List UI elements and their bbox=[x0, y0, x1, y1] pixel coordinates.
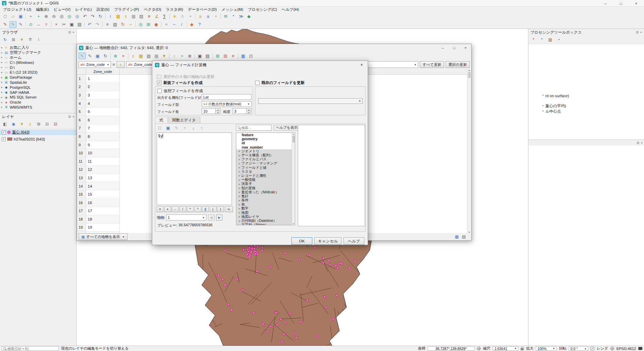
function-search-box[interactable] bbox=[236, 125, 272, 131]
expression-import-button[interactable]: ↓ bbox=[190, 124, 197, 131]
row-number[interactable]: 8 bbox=[77, 132, 86, 141]
tab-expression[interactable]: 式 bbox=[155, 117, 168, 124]
cell-zone-code[interactable]: 7 bbox=[86, 124, 120, 133]
diagram-options-button[interactable]: ◔ bbox=[212, 13, 219, 20]
browser-filter-button[interactable]: ▼ bbox=[19, 37, 25, 43]
menu-layer[interactable]: レイヤ(L) bbox=[73, 7, 94, 12]
browser-item-sap-hana[interactable]: ▸◆SAP HANA bbox=[0, 90, 76, 95]
lock-scale-icon[interactable] bbox=[521, 348, 524, 350]
field-calculator-button[interactable]: ≡ bbox=[146, 13, 153, 20]
feature-combo[interactable]: 1 ▼ bbox=[166, 214, 206, 221]
cell-zone-code[interactable]: 2 bbox=[86, 83, 120, 91]
function-group[interactable]: ▸ジオメトリ bbox=[236, 149, 292, 153]
show-help-button[interactable]: ヘルプを表示 bbox=[274, 125, 300, 131]
function-group[interactable]: ▸地図レイヤ bbox=[236, 215, 292, 219]
cell-zone-code[interactable]: 16 bbox=[86, 199, 120, 207]
statistical-summary-button[interactable]: ∑ bbox=[161, 13, 168, 20]
locator-input[interactable] bbox=[7, 347, 57, 351]
scrollbar-thumb[interactable] bbox=[292, 136, 295, 143]
add-point-feature-button[interactable]: ⊙ bbox=[27, 21, 34, 28]
function-group[interactable]: ▸色 bbox=[236, 202, 292, 206]
save-layer-edits-button[interactable]: ✎ bbox=[17, 21, 24, 28]
create-new-checkbox[interactable]: ✓ bbox=[157, 81, 161, 85]
filter-legend-button[interactable]: ▼ bbox=[19, 121, 25, 127]
cell-zone-code[interactable]: 5 bbox=[86, 108, 120, 116]
expression-export-button[interactable]: ↑ bbox=[198, 124, 205, 131]
cut-features-button[interactable]: ✂ bbox=[61, 21, 68, 28]
function-group[interactable]: ▸地図 bbox=[236, 211, 292, 215]
existing-field-combo[interactable]: ▼ bbox=[258, 98, 363, 104]
zoom-in-button[interactable]: ⊕ bbox=[43, 13, 50, 20]
browser-item-drive-c[interactable]: ▸▭C:\ (Windows) bbox=[0, 60, 76, 65]
operator-concat[interactable]: || bbox=[202, 206, 209, 212]
rotation-spin[interactable]: 0.0 ° ▲ bbox=[569, 346, 588, 351]
function-group[interactable]: ▸データ構造（配列） bbox=[236, 153, 292, 157]
expand-all-button[interactable]: ⊞ bbox=[36, 121, 42, 127]
spin-up-icon[interactable]: ▲ bbox=[247, 109, 251, 111]
toggle-editing-button[interactable]: ✎ bbox=[9, 21, 16, 28]
function-group[interactable]: ▸条件 bbox=[236, 198, 292, 202]
operator-open-paren[interactable]: ( bbox=[210, 206, 216, 212]
open-attribute-table-button[interactable]: ▤ bbox=[138, 13, 145, 20]
aw-move-selection-top-button[interactable]: ↑ bbox=[171, 52, 178, 59]
only-selected-checkbox[interactable] bbox=[157, 75, 161, 79]
maximize-button[interactable]: □ bbox=[448, 44, 460, 51]
field-length-spin[interactable]: 10 ▲▼ bbox=[202, 108, 220, 114]
aw-delete-field-button[interactable]: ⊟ bbox=[222, 52, 229, 59]
next-feature-button[interactable]: ▶ bbox=[216, 214, 223, 221]
measure-button[interactable]: ∠ bbox=[153, 13, 160, 20]
spin-down-icon[interactable]: ▼ bbox=[216, 111, 220, 114]
browser-new-connection-button[interactable]: ⊞ bbox=[10, 37, 16, 43]
filter-mode-button[interactable]: ▦ すべての地物を表示 ▼ bbox=[79, 233, 127, 240]
close-panel-icon[interactable]: × bbox=[640, 31, 642, 34]
aw-save-edits-button[interactable]: ▣ bbox=[94, 52, 101, 59]
zoom-next-button[interactable]: ↷ bbox=[89, 13, 96, 20]
function-group[interactable]: ▸ファイルとパス bbox=[236, 157, 292, 161]
menu-plugins[interactable]: プラグイン(P) bbox=[112, 7, 141, 12]
aw-deselect-all-button[interactable]: ▦ bbox=[153, 52, 160, 59]
row-number[interactable]: 5 bbox=[77, 108, 86, 116]
pan-to-selection-button[interactable]: + bbox=[35, 13, 42, 20]
function-search-input[interactable] bbox=[241, 126, 270, 130]
menu-project[interactable]: プロジェクト(J) bbox=[1, 7, 34, 12]
expand-icon[interactable]: ▸ bbox=[0, 71, 4, 74]
browser-item-geopackage[interactable]: ▸▣GeoPackage bbox=[0, 75, 76, 80]
expand-icon[interactable]: ▸ bbox=[0, 61, 4, 64]
scroll-down-icon[interactable]: ▼ bbox=[293, 223, 294, 225]
browser-collapse-all-button[interactable]: ⇈ bbox=[27, 37, 33, 43]
plugin-manager-button[interactable]: ◆ bbox=[245, 13, 252, 20]
expand-icon[interactable]: ▸ bbox=[0, 76, 4, 79]
zoom-last-button[interactable]: ↶ bbox=[81, 13, 88, 20]
corner-header[interactable] bbox=[77, 69, 86, 74]
processing-toolbox-button[interactable]: * bbox=[230, 13, 237, 20]
close-panel-icon[interactable]: × bbox=[73, 31, 74, 34]
row-number[interactable]: 7 bbox=[77, 124, 86, 133]
browser-item-oracle[interactable]: ▸●Oracle bbox=[0, 100, 76, 105]
aw-field-calculator-button[interactable]: ≡ bbox=[230, 52, 237, 59]
update-selected-button[interactable]: 選択の更新 bbox=[446, 61, 470, 68]
locator-search-box[interactable] bbox=[2, 346, 59, 351]
processing-options-button[interactable]: * bbox=[539, 37, 545, 43]
select-by-expression-button[interactable]: ε bbox=[122, 13, 129, 20]
operator-plus[interactable]: + bbox=[164, 206, 171, 212]
row-number[interactable]: 15 bbox=[77, 190, 86, 199]
zoom-full-button[interactable]: ◎ bbox=[58, 13, 65, 20]
expand-icon[interactable]: ▸ bbox=[0, 91, 4, 94]
form-view-button[interactable]: ▤ bbox=[461, 234, 467, 240]
scale-combo[interactable]: 1:63641 ▼ bbox=[493, 346, 518, 351]
extent-icon[interactable] bbox=[477, 347, 481, 350]
new-bookmark-button[interactable]: ★ bbox=[171, 13, 178, 20]
cell-zone-code[interactable]: 8 bbox=[86, 132, 120, 141]
add-ring-button[interactable]: ◎ bbox=[137, 21, 144, 28]
undo-button[interactable]: ↶ bbox=[86, 21, 93, 28]
function-group[interactable]: ▸ファジー・マッチング bbox=[236, 161, 292, 165]
crs-icon[interactable] bbox=[610, 347, 614, 350]
dialog-close-button[interactable]: × bbox=[356, 61, 368, 69]
expand-icon[interactable]: ▸ bbox=[0, 106, 4, 109]
update-all-button[interactable]: すべて更新 bbox=[420, 61, 444, 68]
offset-curve-button[interactable]: ≈ bbox=[163, 21, 170, 28]
row-number[interactable]: 10 bbox=[77, 149, 86, 157]
column-header-zone-code[interactable]: Zone_code bbox=[86, 69, 120, 74]
menu-settings[interactable]: 設定(S) bbox=[94, 7, 112, 12]
aw-new-field-button[interactable]: ⊞ bbox=[214, 52, 221, 59]
